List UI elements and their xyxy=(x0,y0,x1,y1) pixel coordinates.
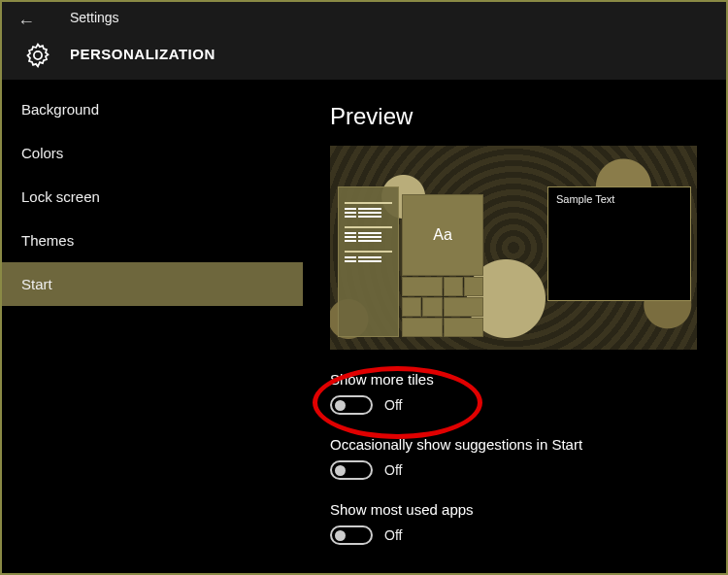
toggle-state: Off xyxy=(384,397,402,413)
header-bar: ← Settings PERSONALIZATION xyxy=(2,2,726,80)
preview-heading: Preview xyxy=(330,103,726,130)
sample-window-text: Sample Text xyxy=(556,193,614,205)
start-preview: Aa Sample Text xyxy=(330,146,697,350)
sidebar: Background Colors Lock screen Themes Sta… xyxy=(2,80,303,573)
toggle-state: Off xyxy=(384,527,402,543)
setting-label: Show most used apps xyxy=(330,501,726,518)
toggle-thumb-icon xyxy=(335,465,346,476)
sidebar-item-start[interactable]: Start xyxy=(2,262,303,306)
toggle-most-used[interactable] xyxy=(330,525,373,545)
toggle-thumb-icon xyxy=(335,400,346,411)
gear-icon xyxy=(25,43,50,68)
setting-suggestions: Occasionally show suggestions in Start O… xyxy=(330,436,726,480)
sidebar-item-colors[interactable]: Colors xyxy=(2,131,303,175)
sample-window-preview: Sample Text xyxy=(547,186,691,301)
sidebar-item-themes[interactable]: Themes xyxy=(2,219,303,262)
setting-most-used: Show most used apps Off xyxy=(330,501,726,545)
sidebar-item-background[interactable]: Background xyxy=(2,87,303,131)
body: Background Colors Lock screen Themes Sta… xyxy=(2,80,726,573)
category-title: PERSONALIZATION xyxy=(70,46,215,62)
toggle-state: Off xyxy=(384,462,402,478)
setting-label: Show more tiles xyxy=(330,371,726,388)
toggle-show-more-tiles[interactable] xyxy=(330,395,373,415)
start-menu-column-preview xyxy=(338,186,399,337)
start-tiles-preview: Aa xyxy=(402,194,483,338)
sidebar-item-lock-screen[interactable]: Lock screen xyxy=(2,175,303,219)
toggle-suggestions[interactable] xyxy=(330,460,373,480)
app-title: Settings xyxy=(70,10,119,25)
setting-label: Occasionally show suggestions in Start xyxy=(330,436,726,453)
content-pane: Preview Aa xyxy=(303,80,726,573)
back-arrow-icon[interactable]: ← xyxy=(17,12,35,32)
toggle-thumb-icon xyxy=(335,530,346,541)
tile-text-sample: Aa xyxy=(402,194,483,276)
setting-show-more-tiles: Show more tiles Off xyxy=(330,371,726,415)
